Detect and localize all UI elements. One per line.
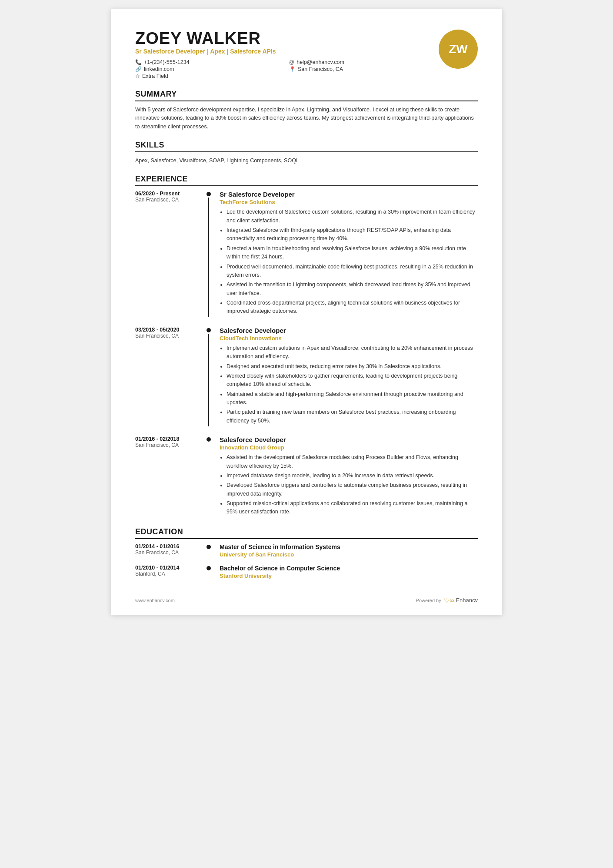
extra-item: ☆ Extra Field bbox=[135, 73, 276, 79]
exp-left: 06/2020 - Present San Francisco, CA bbox=[135, 191, 205, 317]
education-list: 01/2014 - 01/2016 San Francisco, CA Mast… bbox=[135, 543, 478, 579]
heart-icon: ♡∞ bbox=[444, 597, 454, 604]
email-item: @ help@enhancv.com bbox=[289, 59, 430, 65]
edu-degree: Master of Science in Information Systems bbox=[220, 543, 478, 550]
linkedin-icon: 🔗 bbox=[135, 66, 142, 72]
education-section: EDUCATION 01/2014 - 01/2016 San Francisc… bbox=[135, 527, 478, 579]
edu-divider bbox=[205, 543, 213, 558]
exp-dot bbox=[207, 192, 211, 196]
edu-location: San Francisco, CA bbox=[135, 550, 198, 556]
exp-location: San Francisco, CA bbox=[135, 333, 198, 339]
brand-name: Enhancv bbox=[456, 597, 478, 603]
edu-left: 01/2014 - 01/2016 San Francisco, CA bbox=[135, 543, 205, 558]
header: ZOEY WALKER Sr Salesforce Developer | Ap… bbox=[135, 30, 478, 79]
candidate-name: ZOEY WALKER bbox=[135, 30, 430, 48]
experience-item: 06/2020 - Present San Francisco, CA Sr S… bbox=[135, 191, 478, 317]
education-item: 01/2014 - 01/2016 San Francisco, CA Mast… bbox=[135, 543, 478, 558]
edu-date: 01/2014 - 01/2016 bbox=[135, 543, 198, 550]
edu-degree: Bachelor of Science in Computer Science bbox=[220, 565, 478, 572]
exp-date: 01/2016 - 02/2018 bbox=[135, 436, 198, 442]
email-text: help@enhancv.com bbox=[297, 59, 344, 65]
edu-school: University of San Francisco bbox=[220, 551, 478, 558]
exp-job-title: Sr Salesforce Developer bbox=[220, 191, 478, 198]
location-item: 📍 San Francisco, CA bbox=[289, 66, 430, 72]
bullet-item: Coordinated cross-departmental projects,… bbox=[227, 299, 478, 316]
bullet-item: Implemented custom solutions in Apex and… bbox=[227, 344, 478, 361]
exp-bullets: Implemented custom solutions in Apex and… bbox=[220, 344, 478, 425]
exp-dot bbox=[207, 437, 211, 442]
exp-right: Salesforce Developer CloudTech Innovatio… bbox=[213, 327, 478, 426]
bullet-item: Assisted in the development of Salesforc… bbox=[227, 453, 478, 470]
edu-left: 01/2010 - 01/2014 Stanford, CA bbox=[135, 565, 205, 579]
phone-icon: 📞 bbox=[135, 59, 142, 65]
edu-date: 01/2010 - 01/2014 bbox=[135, 565, 198, 571]
linkedin-text: linkedin.com bbox=[144, 66, 174, 72]
linkedin-item: 🔗 linkedin.com bbox=[135, 66, 276, 72]
extra-text: Extra Field bbox=[142, 73, 168, 79]
edu-school: Stanford University bbox=[220, 573, 478, 579]
education-title: EDUCATION bbox=[135, 527, 478, 539]
exp-bullets: Led the development of Salesforce custom… bbox=[220, 208, 478, 316]
exp-left: 03/2018 - 05/2020 San Francisco, CA bbox=[135, 327, 205, 426]
exp-location: San Francisco, CA bbox=[135, 197, 198, 203]
exp-bullets: Assisted in the development of Salesforc… bbox=[220, 453, 478, 516]
edu-location: Stanford, CA bbox=[135, 571, 198, 577]
summary-section: SUMMARY With 5 years of Salesforce devel… bbox=[135, 90, 478, 131]
skills-title: SKILLS bbox=[135, 141, 478, 152]
bullet-item: Worked closely with stakeholders to gath… bbox=[227, 372, 478, 389]
location-icon: 📍 bbox=[289, 66, 296, 72]
exp-job-title: Salesforce Developer bbox=[220, 436, 478, 443]
location-text: San Francisco, CA bbox=[298, 66, 343, 72]
summary-text: With 5 years of Salesforce development e… bbox=[135, 106, 478, 131]
exp-job-title: Salesforce Developer bbox=[220, 327, 478, 334]
bullet-item: Supported mission-critical applications … bbox=[227, 499, 478, 516]
experience-item: 01/2016 - 02/2018 San Francisco, CA Sale… bbox=[135, 436, 478, 518]
exp-right: Sr Salesforce Developer TechForce Soluti… bbox=[213, 191, 478, 317]
exp-right: Salesforce Developer Innovation Cloud Gr… bbox=[213, 436, 478, 518]
bullet-item: Integrated Salesforce with third-party a… bbox=[227, 226, 478, 243]
exp-divider bbox=[205, 327, 213, 426]
education-item: 01/2010 - 01/2014 Stanford, CA Bachelor … bbox=[135, 565, 478, 579]
experience-list: 06/2020 - Present San Francisco, CA Sr S… bbox=[135, 191, 478, 518]
edu-right: Master of Science in Information Systems… bbox=[213, 543, 478, 558]
exp-line bbox=[208, 334, 209, 426]
summary-title: SUMMARY bbox=[135, 90, 478, 101]
enhancv-logo: ♡∞ Enhancv bbox=[444, 597, 478, 604]
experience-section: EXPERIENCE 06/2020 - Present San Francis… bbox=[135, 174, 478, 518]
footer-right: Powered by ♡∞ Enhancv bbox=[416, 597, 478, 604]
powered-by-text: Powered by bbox=[416, 598, 441, 603]
bullet-item: Directed a team in troubleshooting and r… bbox=[227, 245, 478, 261]
exp-dot bbox=[207, 328, 211, 332]
bullet-item: Maintained a stable and high-performing … bbox=[227, 390, 478, 407]
bullet-item: Developed Salesforce triggers and contro… bbox=[227, 481, 478, 498]
phone-item: 📞 +1-(234)-555-1234 bbox=[135, 59, 276, 65]
footer: www.enhancv.com Powered by ♡∞ Enhancv bbox=[135, 592, 478, 604]
bullet-item: Produced well-documented, maintainable c… bbox=[227, 263, 478, 280]
exp-location: San Francisco, CA bbox=[135, 442, 198, 448]
exp-date: 06/2020 - Present bbox=[135, 191, 198, 197]
skills-text: Apex, Salesforce, Visualforce, SOAP, Lig… bbox=[135, 157, 478, 165]
edu-dot bbox=[207, 545, 211, 549]
exp-line bbox=[208, 198, 209, 317]
footer-website: www.enhancv.com bbox=[135, 598, 175, 603]
exp-company: Innovation Cloud Group bbox=[220, 444, 478, 451]
exp-divider bbox=[205, 436, 213, 518]
header-left: ZOEY WALKER Sr Salesforce Developer | Ap… bbox=[135, 30, 430, 79]
contact-grid: 📞 +1-(234)-555-1234 @ help@enhancv.com 🔗… bbox=[135, 59, 430, 79]
exp-left: 01/2016 - 02/2018 San Francisco, CA bbox=[135, 436, 205, 518]
bullet-item: Participated in training new team member… bbox=[227, 408, 478, 425]
edu-dot bbox=[207, 566, 211, 570]
experience-item: 03/2018 - 05/2020 San Francisco, CA Sale… bbox=[135, 327, 478, 426]
experience-title: EXPERIENCE bbox=[135, 174, 478, 186]
exp-divider bbox=[205, 191, 213, 317]
edu-divider bbox=[205, 565, 213, 579]
avatar: ZW bbox=[439, 30, 478, 69]
bullet-item: Led the development of Salesforce custom… bbox=[227, 208, 478, 225]
resume-page: ZOEY WALKER Sr Salesforce Developer | Ap… bbox=[111, 9, 502, 615]
candidate-title: Sr Salesforce Developer | Apex | Salesfo… bbox=[135, 48, 430, 55]
exp-company: CloudTech Innovations bbox=[220, 335, 478, 342]
exp-date: 03/2018 - 05/2020 bbox=[135, 327, 198, 333]
email-icon: @ bbox=[289, 59, 294, 65]
phone-text: +1-(234)-555-1234 bbox=[144, 59, 190, 65]
bullet-item: Improved database design models, leading… bbox=[227, 472, 478, 480]
